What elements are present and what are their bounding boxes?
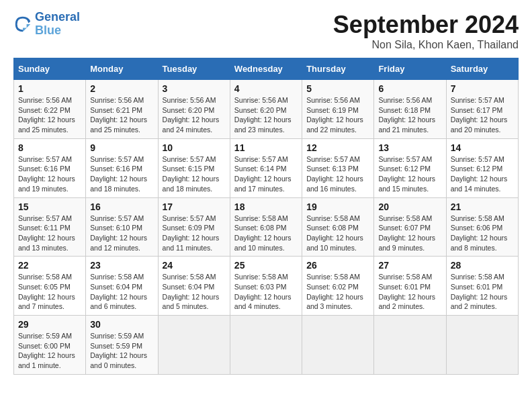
day-cell: 21Sunrise: 5:58 AM Sunset: 6:06 PM Dayli… [446, 197, 518, 257]
day-cell: 20Sunrise: 5:58 AM Sunset: 6:07 PM Dayli… [374, 197, 446, 257]
day-cell: 7Sunrise: 5:57 AM Sunset: 6:17 PM Daylig… [446, 80, 518, 139]
day-cell: 6Sunrise: 5:56 AM Sunset: 6:18 PM Daylig… [374, 80, 446, 139]
day-info: Sunrise: 5:58 AM Sunset: 6:07 PM Dayligh… [378, 214, 441, 253]
day-cell [302, 316, 374, 375]
header-row: SundayMondayTuesdayWednesdayThursdayFrid… [14, 58, 519, 80]
week-row: 8Sunrise: 5:57 AM Sunset: 6:16 PM Daylig… [14, 138, 519, 197]
day-cell: 25Sunrise: 5:58 AM Sunset: 6:03 PM Dayli… [230, 257, 302, 316]
day-info: Sunrise: 5:58 AM Sunset: 6:01 PM Dayligh… [451, 272, 514, 312]
day-info: Sunrise: 5:57 AM Sunset: 6:14 PM Dayligh… [234, 154, 298, 194]
header-cell-thursday: Thursday [302, 58, 374, 80]
day-cell: 8Sunrise: 5:57 AM Sunset: 6:16 PM Daylig… [14, 138, 86, 197]
logo-icon [13, 15, 32, 34]
day-number: 23 [90, 260, 153, 271]
day-number: 6 [378, 83, 441, 94]
day-cell: 28Sunrise: 5:58 AM Sunset: 6:01 PM Dayli… [446, 257, 518, 316]
day-cell: 17Sunrise: 5:57 AM Sunset: 6:09 PM Dayli… [158, 197, 230, 257]
day-number: 1 [18, 83, 81, 94]
day-cell: 10Sunrise: 5:57 AM Sunset: 6:15 PM Dayli… [158, 138, 230, 197]
day-info: Sunrise: 5:56 AM Sunset: 6:18 PM Dayligh… [378, 95, 441, 135]
day-cell: 12Sunrise: 5:57 AM Sunset: 6:13 PM Dayli… [302, 138, 374, 197]
day-number: 3 [163, 83, 226, 94]
day-info: Sunrise: 5:57 AM Sunset: 6:16 PM Dayligh… [18, 154, 81, 194]
day-info: Sunrise: 5:57 AM Sunset: 6:12 PM Dayligh… [378, 154, 441, 194]
day-info: Sunrise: 5:57 AM Sunset: 6:15 PM Dayligh… [163, 154, 226, 194]
day-number: 20 [378, 201, 441, 212]
day-number: 25 [234, 260, 298, 271]
day-number: 2 [90, 83, 153, 94]
day-cell: 13Sunrise: 5:57 AM Sunset: 6:12 PM Dayli… [374, 138, 446, 197]
calendar-table: SundayMondayTuesdayWednesdayThursdayFrid… [13, 58, 519, 375]
day-cell: 2Sunrise: 5:56 AM Sunset: 6:21 PM Daylig… [86, 80, 158, 139]
month-title: September 2024 [333, 11, 519, 39]
day-number: 16 [90, 201, 153, 212]
day-cell: 14Sunrise: 5:57 AM Sunset: 6:12 PM Dayli… [446, 138, 518, 197]
day-number: 24 [163, 260, 226, 271]
day-number: 21 [451, 201, 514, 212]
logo: GeneralBlue [13, 11, 80, 38]
day-number: 27 [378, 260, 441, 271]
week-row: 1Sunrise: 5:56 AM Sunset: 6:22 PM Daylig… [14, 80, 519, 139]
day-cell: 23Sunrise: 5:58 AM Sunset: 6:04 PM Dayli… [86, 257, 158, 316]
day-number: 18 [234, 201, 298, 212]
day-number: 4 [234, 83, 298, 94]
header-cell-saturday: Saturday [446, 58, 518, 80]
day-number: 13 [378, 142, 441, 153]
header: GeneralBlue September 2024 Non Sila, Kho… [13, 11, 519, 51]
svg-marker-0 [23, 24, 30, 32]
day-number: 22 [18, 260, 81, 271]
day-info: Sunrise: 5:56 AM Sunset: 6:20 PM Dayligh… [163, 95, 226, 135]
day-number: 28 [451, 260, 514, 271]
day-number: 7 [451, 83, 514, 94]
day-number: 5 [306, 83, 369, 94]
day-cell: 26Sunrise: 5:58 AM Sunset: 6:02 PM Dayli… [302, 257, 374, 316]
header-cell-monday: Monday [86, 58, 158, 80]
day-cell: 1Sunrise: 5:56 AM Sunset: 6:22 PM Daylig… [14, 80, 86, 139]
day-cell [230, 316, 302, 375]
day-number: 19 [306, 201, 369, 212]
title-section: September 2024 Non Sila, Khon Kaen, Thai… [333, 11, 519, 51]
day-info: Sunrise: 5:59 AM Sunset: 5:59 PM Dayligh… [90, 331, 153, 371]
day-number: 30 [90, 319, 153, 330]
day-info: Sunrise: 5:58 AM Sunset: 6:08 PM Dayligh… [234, 214, 298, 253]
day-cell: 4Sunrise: 5:56 AM Sunset: 6:20 PM Daylig… [230, 80, 302, 139]
day-info: Sunrise: 5:58 AM Sunset: 6:06 PM Dayligh… [451, 214, 514, 253]
day-number: 26 [306, 260, 369, 271]
day-number: 12 [306, 142, 369, 153]
header-cell-sunday: Sunday [14, 58, 86, 80]
day-number: 17 [163, 201, 226, 212]
day-cell [374, 316, 446, 375]
day-number: 8 [18, 142, 81, 153]
header-cell-wednesday: Wednesday [230, 58, 302, 80]
day-cell: 24Sunrise: 5:58 AM Sunset: 6:04 PM Dayli… [158, 257, 230, 316]
day-info: Sunrise: 5:56 AM Sunset: 6:20 PM Dayligh… [234, 95, 298, 135]
day-number: 9 [90, 142, 153, 153]
day-number: 15 [18, 201, 81, 212]
week-row: 15Sunrise: 5:57 AM Sunset: 6:11 PM Dayli… [14, 197, 519, 257]
day-cell: 15Sunrise: 5:57 AM Sunset: 6:11 PM Dayli… [14, 197, 86, 257]
day-number: 11 [234, 142, 298, 153]
day-info: Sunrise: 5:58 AM Sunset: 6:04 PM Dayligh… [163, 272, 226, 312]
day-info: Sunrise: 5:58 AM Sunset: 6:08 PM Dayligh… [306, 214, 369, 253]
day-info: Sunrise: 5:58 AM Sunset: 6:02 PM Dayligh… [306, 272, 369, 312]
day-cell [446, 316, 518, 375]
day-info: Sunrise: 5:58 AM Sunset: 6:05 PM Dayligh… [18, 272, 81, 312]
day-info: Sunrise: 5:56 AM Sunset: 6:22 PM Dayligh… [18, 95, 81, 135]
day-info: Sunrise: 5:57 AM Sunset: 6:12 PM Dayligh… [451, 154, 514, 194]
day-info: Sunrise: 5:58 AM Sunset: 6:01 PM Dayligh… [378, 272, 441, 312]
day-info: Sunrise: 5:56 AM Sunset: 6:21 PM Dayligh… [90, 95, 153, 135]
day-info: Sunrise: 5:58 AM Sunset: 6:04 PM Dayligh… [90, 272, 153, 312]
day-cell: 3Sunrise: 5:56 AM Sunset: 6:20 PM Daylig… [158, 80, 230, 139]
day-cell: 19Sunrise: 5:58 AM Sunset: 6:08 PM Dayli… [302, 197, 374, 257]
week-row: 22Sunrise: 5:58 AM Sunset: 6:05 PM Dayli… [14, 257, 519, 316]
day-info: Sunrise: 5:58 AM Sunset: 6:03 PM Dayligh… [234, 272, 298, 312]
day-info: Sunrise: 5:57 AM Sunset: 6:09 PM Dayligh… [163, 214, 226, 253]
day-cell: 11Sunrise: 5:57 AM Sunset: 6:14 PM Dayli… [230, 138, 302, 197]
logo-text: GeneralBlue [35, 11, 80, 38]
header-cell-tuesday: Tuesday [158, 58, 230, 80]
day-cell: 16Sunrise: 5:57 AM Sunset: 6:10 PM Dayli… [86, 197, 158, 257]
day-cell: 29Sunrise: 5:59 AM Sunset: 6:00 PM Dayli… [14, 316, 86, 375]
day-cell: 18Sunrise: 5:58 AM Sunset: 6:08 PM Dayli… [230, 197, 302, 257]
day-cell: 9Sunrise: 5:57 AM Sunset: 6:16 PM Daylig… [86, 138, 158, 197]
day-cell: 27Sunrise: 5:58 AM Sunset: 6:01 PM Dayli… [374, 257, 446, 316]
